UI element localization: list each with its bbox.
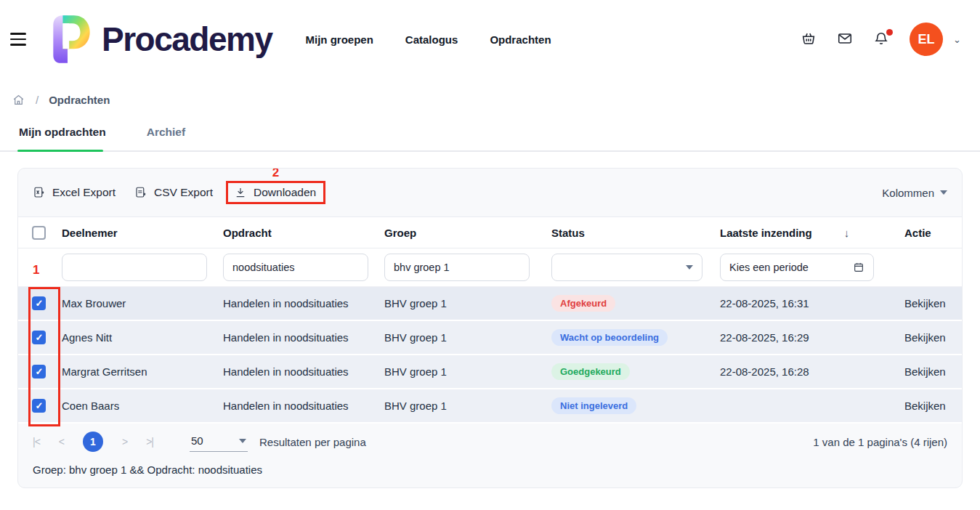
user-avatar[interactable]: EL <box>910 23 943 56</box>
cell-opdracht: Handelen in noodsituaties <box>223 297 384 309</box>
table-header-row: Deelnemer Opdracht Groep Status Laatste … <box>18 216 962 248</box>
cell-groep: BHV groep 1 <box>384 400 551 412</box>
header-deelnemer[interactable]: Deelnemer <box>59 227 223 239</box>
cell-opdracht: Handelen in noodsituaties <box>223 331 384 344</box>
per-page-label: Resultaten per pagina <box>259 436 366 448</box>
excel-export-button[interactable]: Excel Export <box>33 186 116 199</box>
select-all-checkbox[interactable] <box>32 226 46 240</box>
sort-descending-icon[interactable]: ↓ <box>844 227 850 239</box>
downloaden-button[interactable]: Downloaden <box>234 186 316 199</box>
notifications-bell-icon[interactable] <box>873 31 891 48</box>
bekijken-link[interactable]: Bekijken <box>904 331 946 344</box>
page-size-caret-icon <box>239 439 246 443</box>
cell-laatste-inzending: 22-08-2025, 16:28 <box>720 365 891 378</box>
hamburger-menu-icon[interactable] <box>6 27 31 52</box>
excel-export-label: Excel Export <box>52 186 116 199</box>
annotation-box-2: 2 Downloaden <box>226 181 325 204</box>
kolommen-caret-icon <box>940 190 947 195</box>
filter-deelnemer-input[interactable] <box>62 254 207 281</box>
first-page-button[interactable]: |< <box>33 436 40 448</box>
status-badge: Wacht op beoordeling <box>551 329 668 346</box>
header-actions: EL ⌄ <box>801 23 961 56</box>
row-checkbox[interactable] <box>32 331 46 344</box>
table-row: Max Brouwer Handelen in noodsituaties BH… <box>18 287 962 321</box>
kolommen-label: Kolommen <box>882 187 934 199</box>
bekijken-link[interactable]: Bekijken <box>904 400 946 412</box>
cell-laatste-inzending: 22-08-2025, 16:29 <box>720 331 891 344</box>
table-row: Agnes Nitt Handelen in noodsituaties BHV… <box>18 321 962 355</box>
account-chevron-down-icon[interactable]: ⌄ <box>953 34 961 45</box>
status-badge: Goedgekeurd <box>551 363 630 380</box>
calendar-icon <box>853 262 864 273</box>
periode-placeholder: Kies een periode <box>729 262 809 273</box>
header-actie: Actie <box>891 227 962 239</box>
csv-export-label: CSV Export <box>154 186 213 199</box>
tab-underline <box>0 150 980 152</box>
mail-icon[interactable] <box>837 31 854 48</box>
bekijken-link[interactable]: Bekijken <box>904 365 946 378</box>
active-tab-indicator <box>17 150 103 152</box>
row-checkbox[interactable] <box>32 296 46 310</box>
pagination-summary: 1 van de 1 pagina's (4 rijen) <box>813 436 947 448</box>
page-size-select[interactable]: 50 <box>190 432 248 452</box>
notification-dot <box>886 29 893 36</box>
top-header: Procademy Mijn groepen Catalogus Opdrach… <box>0 0 980 78</box>
prev-page-button[interactable]: < <box>59 436 64 448</box>
filter-groep-input[interactable] <box>384 254 530 281</box>
csv-export-button[interactable]: CSV Export <box>134 186 213 199</box>
row-checkbox[interactable] <box>32 365 46 379</box>
excel-file-icon <box>33 186 46 199</box>
header-opdracht[interactable]: Opdracht <box>223 227 384 239</box>
header-laatste-inzending[interactable]: Laatste inzending <box>720 227 812 239</box>
table-toolbar: Excel Export CSV Export 2 Downloaden Kol… <box>18 169 962 216</box>
nav-opdrachten[interactable]: Opdrachten <box>490 33 551 46</box>
table-body: Max Brouwer Handelen in noodsituaties BH… <box>18 287 962 424</box>
header-groep[interactable]: Groep <box>384 227 551 239</box>
row-checkbox[interactable] <box>32 399 46 413</box>
procademy-logo-icon <box>44 14 92 65</box>
breadcrumb: / Opdrachten <box>0 78 980 107</box>
table-filter-row: Kies een periode <box>18 248 962 287</box>
filter-status-select[interactable] <box>551 254 702 281</box>
main-navigation: Mijn groepen Catalogus Opdrachten <box>306 33 551 46</box>
opdrachten-table-card: Excel Export CSV Export 2 Downloaden Kol… <box>17 168 963 488</box>
active-filter-summary: Groep: bhv groep 1 && Opdracht: noodsitu… <box>18 458 962 487</box>
tab-mijn-opdrachten[interactable]: Mijn opdrachten <box>19 126 106 150</box>
current-page-button[interactable]: 1 <box>83 432 103 452</box>
brand-wordmark: Procademy <box>102 20 272 59</box>
downloaden-label: Downloaden <box>254 186 316 199</box>
cell-deelnemer: Coen Baars <box>59 400 223 412</box>
table-row: Coen Baars Handelen in noodsituaties BHV… <box>18 389 962 424</box>
next-page-button[interactable]: > <box>122 436 127 448</box>
cell-groep: BHV groep 1 <box>384 365 551 378</box>
kolommen-dropdown[interactable]: Kolommen <box>882 187 947 199</box>
table-row: Margrat Gerritsen Handelen in noodsituat… <box>18 355 962 389</box>
annotation-label-2: 2 <box>272 168 279 180</box>
header-status[interactable]: Status <box>551 227 720 239</box>
brand-logo[interactable]: Procademy <box>44 14 272 65</box>
shopping-basket-icon[interactable] <box>801 31 818 48</box>
bekijken-link[interactable]: Bekijken <box>904 297 946 309</box>
cell-opdracht: Handelen in noodsituaties <box>223 365 384 378</box>
status-select-caret-icon <box>686 265 693 270</box>
cell-groep: BHV groep 1 <box>384 297 551 309</box>
tab-archief[interactable]: Archief <box>147 126 185 150</box>
nav-mijn-groepen[interactable]: Mijn groepen <box>306 33 373 46</box>
annotation-label-1: 1 <box>33 263 39 278</box>
last-page-button[interactable]: >| <box>146 436 153 448</box>
status-badge: Niet ingeleverd <box>551 397 636 414</box>
pagination-bar: |< < 1 > >| 50 Resultaten per pagina 1 v… <box>18 424 962 458</box>
tab-bar: Mijn opdrachten Archief <box>0 126 980 152</box>
nav-catalogus[interactable]: Catalogus <box>405 33 458 46</box>
filter-opdracht-input[interactable] <box>223 254 368 281</box>
status-badge: Afgekeurd <box>551 295 615 312</box>
download-icon <box>234 186 247 199</box>
cell-deelnemer: Agnes Nitt <box>59 331 223 344</box>
cell-opdracht: Handelen in noodsituaties <box>223 400 384 412</box>
cell-groep: BHV groep 1 <box>384 331 551 344</box>
csv-file-icon <box>134 186 147 199</box>
breadcrumb-opdrachten[interactable]: Opdrachten <box>49 94 110 106</box>
home-icon[interactable] <box>12 93 25 107</box>
filter-periode-input[interactable]: Kies een periode <box>720 254 874 281</box>
page-size-value: 50 <box>191 434 203 447</box>
